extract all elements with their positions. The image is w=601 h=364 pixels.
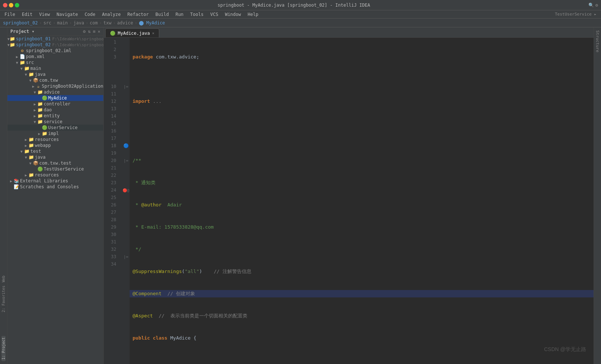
tab-label: MyAdice.java [118, 31, 150, 36]
class-green-icon: 🟢 [41, 95, 47, 101]
left-side-icons: Web 2: Favorites 1: Project [0, 27, 7, 364]
tree-testuserservice[interactable]: 🟢 TestUserService [7, 166, 103, 172]
tree-myadice[interactable]: 🟢 MyAdice [7, 95, 103, 101]
bc-springboot02[interactable]: springboot_02 [3, 20, 38, 26]
code-editor[interactable]: 1 2 3 10 11 12 13 14 15 16 17 18 19 20 2… [104, 38, 594, 364]
code-line-3: import ... [130, 98, 594, 105]
title-bar: springboot - MyAdice.java [springboot_02… [0, 0, 601, 10]
code-line-11: * 通知类 [130, 179, 594, 186]
line-numbers: 1 2 3 10 11 12 13 14 15 16 17 18 19 20 2… [104, 38, 122, 364]
left-tab-project[interactable]: 1: Project [1, 336, 6, 361]
bc-main[interactable]: main [57, 20, 68, 26]
menu-tools[interactable]: Tools [187, 11, 207, 18]
class-icon: ☕ [36, 84, 41, 89]
tree-java[interactable]: ▼ 📁 java [7, 71, 103, 77]
left-tab-web[interactable]: Web [1, 274, 6, 284]
sidebar-header-icons: ⚙ ⇅ ≡ ✕ [83, 29, 100, 34]
bc-txw[interactable]: txw [103, 20, 111, 26]
service-folder-icon: 📁 [37, 119, 43, 124]
title-bar-left [3, 3, 19, 7]
folder-icon: 📁 [10, 42, 15, 47]
menu-build[interactable]: Build [153, 11, 172, 18]
tree-main[interactable]: ▼ 📁 main [7, 65, 103, 71]
window-close[interactable] [3, 3, 7, 7]
window-title: springboot - MyAdice.java [springboot_02… [19, 3, 568, 8]
code-line-12: * @author Adair [130, 201, 594, 209]
bc-src[interactable]: src [43, 20, 51, 26]
test-java-folder-icon: 📁 [28, 155, 34, 160]
code-line-16: @Component // 创建对象 [130, 290, 594, 297]
bc-com[interactable]: com [90, 20, 98, 26]
menu-refactor[interactable]: Refactor [124, 11, 152, 18]
tree-test-resources[interactable]: ▶ 📁 resources [7, 172, 103, 178]
tree-userservice[interactable]: 🟢 UserService [7, 125, 103, 131]
tree-com-txw-test[interactable]: ▼ 📦 com.txw.test [7, 160, 103, 166]
folder-icon: 📁 [10, 36, 15, 41]
watermark: CSDN @学无止路 [544, 346, 586, 353]
tree-pom[interactable]: ▶ 📄 pom.xml [7, 54, 103, 60]
tree-test-java[interactable]: ▼ 📁 java [7, 154, 103, 160]
tree-test[interactable]: ▼ 📁 test [7, 148, 103, 154]
tree-src[interactable]: ▼ 📁 src [7, 60, 103, 65]
code-line-1: package com.txw.advice; [130, 53, 594, 61]
tab-close[interactable]: ✕ [152, 31, 154, 35]
test-folder-icon: 📁 [24, 149, 30, 154]
menu-bar: File Edit View Navigate Code Analyze Ref… [0, 10, 601, 18]
java-folder-icon: 📁 [28, 72, 34, 77]
tree-impl[interactable]: ▶ 📁 impl [7, 131, 103, 136]
tree-dao[interactable]: ▶ 📁 dao [7, 107, 103, 113]
sidebar-config-icon[interactable]: ≡ [93, 29, 96, 34]
sidebar-close-icon[interactable]: ✕ [98, 29, 100, 34]
window-minimize[interactable] [9, 3, 13, 7]
code-content[interactable]: package com.txw.advice; import ... /** *… [130, 38, 594, 364]
menu-window[interactable]: Window [222, 11, 244, 18]
tree-controller[interactable]: ▶ 📁 controller [7, 101, 103, 107]
tree-resources[interactable]: ▶ 📁 resources [7, 136, 103, 142]
window-maximize[interactable] [15, 3, 19, 7]
code-line-17: @Aspect // 表示当前类是一个切面相关的配置类 [130, 312, 594, 320]
run-config[interactable]: TestUserService ▸ [555, 12, 597, 17]
library-icon: 📚 [13, 178, 19, 183]
menu-vcs[interactable]: VCS [207, 11, 221, 18]
code-line-10: /** [130, 157, 594, 164]
tree-com-txw[interactable]: ▼ 📦 com.txw [7, 77, 103, 83]
tree-springboot02[interactable]: ▼ 📁 springboot_02 F:\IdeaWork\springboot… [7, 42, 103, 48]
tree-ext-libraries[interactable]: ▶ 📚 External Libraries [7, 178, 103, 184]
tree-webapp[interactable]: ▶ 📁 webapp [7, 142, 103, 148]
bc-myadice[interactable]: ⬤ MyAdice [139, 20, 165, 26]
settings-gear-icon[interactable]: ⚙ [83, 29, 86, 34]
tree-entity[interactable]: ▶ 📁 entity [7, 113, 103, 119]
tree-service[interactable]: ▼ 📁 service [7, 119, 103, 125]
code-line-19 [130, 357, 594, 364]
bc-java[interactable]: java [73, 20, 84, 26]
menu-file[interactable]: File [1, 11, 18, 18]
menu-navigate[interactable]: Navigate [54, 11, 81, 18]
sidebar-expand-icon[interactable]: ⇅ [88, 29, 90, 34]
testclass-icon: 🟢 [37, 166, 43, 172]
menu-code[interactable]: Code [82, 11, 99, 18]
main-folder-icon: 📁 [24, 66, 30, 71]
right-side-icons: Structure [594, 27, 601, 364]
left-tab-favorites[interactable]: 2: Favorites [1, 284, 6, 314]
xml-icon: 📄 [19, 54, 25, 59]
code-line-2 [130, 75, 594, 83]
tab-myadice[interactable]: 🟢 MyAdice.java ✕ [105, 28, 159, 37]
menu-view[interactable]: View [36, 11, 53, 18]
tree-springboot01[interactable]: ▼ 📁 springboot_01 F:\IdeaWork\springboot… [7, 36, 103, 42]
search-icon[interactable]: 🔍 [588, 3, 594, 8]
tab-bar: 🟢 MyAdice.java ✕ [104, 27, 594, 38]
right-tab-structure[interactable]: Structure [594, 29, 601, 54]
code-line-18: public class MyAdice { [130, 334, 594, 342]
settings-icon[interactable]: ⚙ [595, 3, 598, 8]
menu-edit[interactable]: Edit [19, 11, 36, 18]
gutter: |= 🔵 |= 🔴@ [122, 38, 130, 364]
menu-analyze[interactable]: Analyze [99, 11, 124, 18]
tree-advice[interactable]: ▼ 📁 advice [7, 89, 103, 95]
menu-help[interactable]: Help [245, 11, 261, 18]
tree-springbootapp[interactable]: ▶ ☕ SpringBoot02Application [7, 83, 103, 89]
bc-advice[interactable]: advice [117, 20, 133, 26]
tree-iml[interactable]: ⚙ springboot_02.iml [7, 48, 103, 54]
menu-run[interactable]: Run [173, 11, 187, 18]
tree-scratches[interactable]: 📝 Scratches and Consoles [7, 184, 103, 190]
sidebar: Project ▾ ⚙ ⇅ ≡ ✕ ▼ 📁 springboot_01 F:\I… [7, 27, 104, 364]
